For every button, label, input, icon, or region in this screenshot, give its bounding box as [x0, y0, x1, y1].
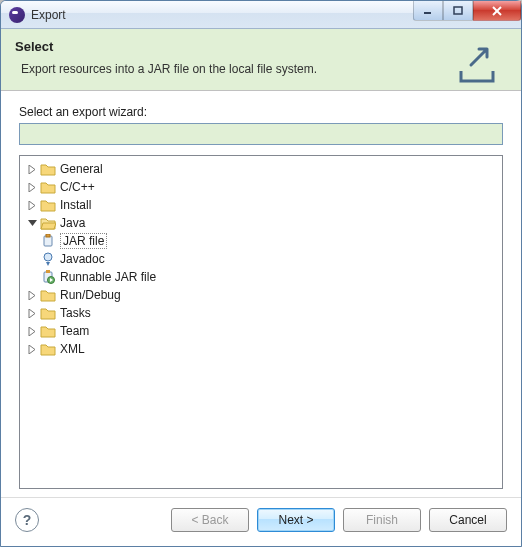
banner-title: Select — [15, 39, 507, 54]
jar-icon — [40, 233, 56, 249]
banner: Select Export resources into a JAR file … — [1, 29, 521, 91]
tree-item-team: Team — [22, 322, 500, 340]
collapse-icon[interactable] — [26, 217, 38, 229]
tree-row[interactable]: Java — [22, 214, 500, 232]
leaf-spacer — [26, 271, 38, 283]
next-label: Next > — [278, 513, 313, 527]
folder-icon — [40, 287, 56, 303]
back-label: < Back — [191, 513, 228, 527]
tree-label: XML — [60, 342, 85, 356]
tree-label: C/C++ — [60, 180, 95, 194]
tree-label: Java — [60, 216, 85, 230]
back-button[interactable]: < Back — [171, 508, 249, 532]
window-controls — [413, 1, 521, 21]
leaf-spacer — [26, 235, 38, 247]
tree-row[interactable]: XML — [22, 340, 500, 358]
tree-label: Runnable JAR file — [60, 270, 156, 284]
tree-row[interactable]: JAR file — [22, 232, 500, 250]
folder-open-icon — [40, 215, 56, 231]
next-button[interactable]: Next > — [257, 508, 335, 532]
leaf-spacer — [26, 253, 38, 265]
tree-item-java: Java JAR file — [22, 214, 500, 286]
banner-description: Export resources into a JAR file on the … — [15, 62, 507, 76]
export-icon — [455, 41, 503, 88]
tree-item-general: General — [22, 160, 500, 178]
svg-point-6 — [44, 253, 52, 261]
folder-icon — [40, 179, 56, 195]
maximize-button[interactable] — [443, 1, 473, 21]
finish-button[interactable]: Finish — [343, 508, 421, 532]
svg-rect-8 — [46, 270, 50, 273]
tree-row[interactable]: General — [22, 160, 500, 178]
folder-icon — [40, 323, 56, 339]
svg-rect-5 — [46, 234, 50, 237]
folder-icon — [40, 161, 56, 177]
cancel-button[interactable]: Cancel — [429, 508, 507, 532]
tree-item-javadoc: Javadoc — [22, 250, 500, 268]
prompt-label: Select an export wizard: — [19, 105, 503, 119]
tree-item-runnable-jar: Runnable JAR file — [22, 268, 500, 286]
svg-rect-1 — [454, 7, 462, 14]
tree-row[interactable]: Install — [22, 196, 500, 214]
minimize-button[interactable] — [413, 1, 443, 21]
cancel-label: Cancel — [449, 513, 486, 527]
tree-label: General — [60, 162, 103, 176]
tree-item-xml: XML — [22, 340, 500, 358]
tree-row[interactable]: Javadoc — [22, 250, 500, 268]
javadoc-icon — [40, 251, 56, 267]
tree-row[interactable]: Run/Debug — [22, 286, 500, 304]
tree-item-tasks: Tasks — [22, 304, 500, 322]
expand-icon[interactable] — [26, 289, 38, 301]
content-area: Select an export wizard: General — [1, 91, 521, 497]
close-button[interactable] — [473, 1, 521, 21]
tree-row[interactable]: C/C++ — [22, 178, 500, 196]
tree-label: JAR file — [60, 233, 107, 249]
help-icon: ? — [23, 512, 32, 528]
finish-label: Finish — [366, 513, 398, 527]
expand-icon[interactable] — [26, 325, 38, 337]
export-dialog: Export Select Export resources into a JA… — [0, 0, 522, 547]
tree-item-cpp: C/C++ — [22, 178, 500, 196]
wizard-tree[interactable]: General C/C++ — [19, 155, 503, 489]
tree-row[interactable]: Runnable JAR file — [22, 268, 500, 286]
filter-input[interactable] — [19, 123, 503, 145]
expand-icon[interactable] — [26, 163, 38, 175]
runnable-jar-icon — [40, 269, 56, 285]
app-icon — [9, 7, 25, 23]
tree-item-rundebug: Run/Debug — [22, 286, 500, 304]
tree-label: Javadoc — [60, 252, 105, 266]
help-button[interactable]: ? — [15, 508, 39, 532]
tree-row[interactable]: Team — [22, 322, 500, 340]
tree-label: Install — [60, 198, 91, 212]
window-title: Export — [31, 8, 66, 22]
expand-icon[interactable] — [26, 181, 38, 193]
folder-icon — [40, 197, 56, 213]
expand-icon[interactable] — [26, 307, 38, 319]
tree-row[interactable]: Tasks — [22, 304, 500, 322]
tree-label: Team — [60, 324, 89, 338]
tree-label: Tasks — [60, 306, 91, 320]
tree-item-install: Install — [22, 196, 500, 214]
tree-label: Run/Debug — [60, 288, 121, 302]
folder-icon — [40, 305, 56, 321]
folder-icon — [40, 341, 56, 357]
button-bar: ? < Back Next > Finish Cancel — [1, 497, 521, 546]
tree-item-jar-file: JAR file — [22, 232, 500, 250]
expand-icon[interactable] — [26, 199, 38, 211]
titlebar[interactable]: Export — [1, 1, 521, 29]
expand-icon[interactable] — [26, 343, 38, 355]
